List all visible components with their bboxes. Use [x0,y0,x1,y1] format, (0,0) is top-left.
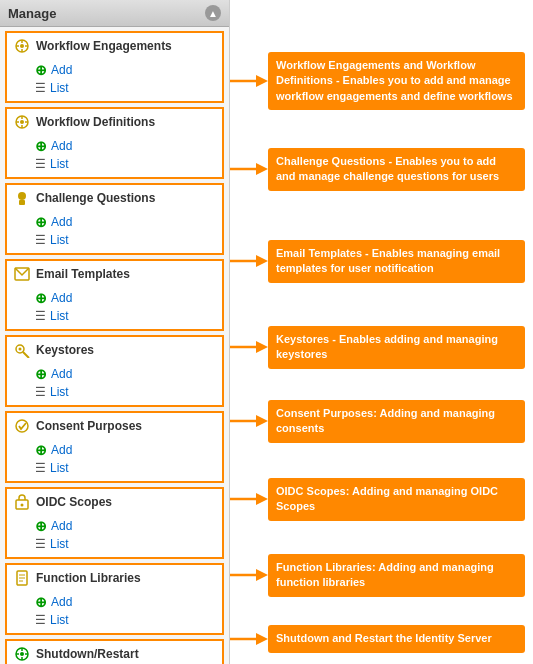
workflow-definitions-list[interactable]: ☰ List [35,155,214,173]
page-container: Manage ▲ Workflow Engagements [0,0,533,664]
consent-purposes-icon [13,417,31,435]
section-header-challenge-questions: Challenge Questions [7,185,222,211]
workflow-definitions-label: Workflow Definitions [36,115,155,129]
workflow-engagements-add[interactable]: ⊕ Add [35,61,214,79]
consent-purposes-list[interactable]: ☰ List [35,459,214,477]
shutdown-restart-section[interactable]: Shutdown/Restart [5,639,224,664]
challenge-questions-list[interactable]: ☰ List [35,231,214,249]
tooltip-challenge: Challenge Questions - Enables you to add… [268,148,525,191]
arrow-shutdown [230,624,268,654]
workflow-definitions-add[interactable]: ⊕ Add [35,137,214,155]
consent-purposes-add[interactable]: ⊕ Add [35,441,214,459]
svg-marker-36 [256,255,268,267]
svg-rect-13 [19,200,25,205]
tooltip-workflow-container: Workflow Engagements and Workflow Defini… [230,52,525,110]
tooltip-function-container: Function Libraries: Adding and managing … [230,554,525,597]
section-header-workflow-engagements: Workflow Engagements [7,33,222,59]
svg-marker-32 [256,75,268,87]
challenge-questions-add[interactable]: ⊕ Add [35,213,214,231]
oidc-scopes-label: OIDC Scopes [36,495,112,509]
function-libraries-list[interactable]: ☰ List [35,611,214,629]
shutdown-label: Shutdown/Restart [36,647,139,661]
consent-purposes-list-label: List [50,461,69,475]
add-icon-2: ⊕ [35,139,47,153]
svg-point-12 [18,192,26,200]
challenge-questions-label: Challenge Questions [36,191,155,205]
function-libraries-list-label: List [50,613,69,627]
tooltip-function: Function Libraries: Adding and managing … [268,554,525,597]
oidc-scopes-add[interactable]: ⊕ Add [35,517,214,535]
challenge-questions-list-label: List [50,233,69,247]
arrow-email [230,246,268,276]
add-icon-8: ⊕ [35,595,47,609]
consent-purposes-label: Consent Purposes [36,419,142,433]
tooltip-email: Email Templates - Enables managing email… [268,240,525,283]
svg-marker-46 [256,633,268,645]
email-templates-add[interactable]: ⊕ Add [35,289,214,307]
oidc-scopes-icon [13,493,31,511]
tooltip-email-container: Email Templates - Enables managing email… [230,240,525,283]
function-libraries-icon [13,569,31,587]
keystores-label: Keystores [36,343,94,357]
svg-marker-44 [256,569,268,581]
section-header-consent-purposes: Consent Purposes [7,413,222,439]
svg-point-7 [20,120,24,124]
oidc-scopes-add-label: Add [51,519,72,533]
email-templates-add-label: Add [51,291,72,305]
email-templates-icon [13,265,31,283]
email-templates-list[interactable]: ☰ List [35,307,214,325]
section-oidc-scopes: OIDC Scopes ⊕ Add ☰ List [5,487,224,559]
consent-purposes-items: ⊕ Add ☰ List [7,439,222,481]
keystores-items: ⊕ Add ☰ List [7,363,222,405]
tooltip-keystores: Keystores - Enables adding and managing … [268,326,525,369]
workflow-engagements-items: ⊕ Add ☰ List [7,59,222,101]
add-icon-4: ⊕ [35,291,47,305]
workflow-engagements-list[interactable]: ☰ List [35,79,214,97]
add-icon-7: ⊕ [35,519,47,533]
section-email-templates: Email Templates ⊕ Add ☰ List [5,259,224,331]
email-templates-label: Email Templates [36,267,130,281]
keystores-add[interactable]: ⊕ Add [35,365,214,383]
list-icon-6: ☰ [35,461,46,475]
section-function-libraries: Function Libraries ⊕ Add ☰ List [5,563,224,635]
svg-line-16 [23,352,29,358]
tooltip-consent: Consent Purposes: Adding and managing co… [268,400,525,443]
function-libraries-add[interactable]: ⊕ Add [35,593,214,611]
section-challenge-questions: Challenge Questions ⊕ Add ☰ List [5,183,224,255]
shutdown-icon [13,645,31,663]
section-header-email-templates: Email Templates [7,261,222,287]
svg-marker-34 [256,163,268,175]
arrow-keystores [230,332,268,362]
svg-marker-40 [256,415,268,427]
keystores-list[interactable]: ☰ List [35,383,214,401]
add-icon-3: ⊕ [35,215,47,229]
add-icon-6: ⊕ [35,443,47,457]
section-header-workflow-definitions: Workflow Definitions [7,109,222,135]
tooltip-shutdown: Shutdown and Restart the Identity Server [268,625,525,652]
oidc-scopes-items: ⊕ Add ☰ List [7,515,222,557]
list-icon: ☰ [35,81,46,95]
collapse-button[interactable]: ▲ [205,5,221,21]
tooltip-shutdown-container: Shutdown and Restart the Identity Server [230,624,525,654]
challenge-questions-items: ⊕ Add ☰ List [7,211,222,253]
list-icon-4: ☰ [35,309,46,323]
challenge-questions-icon [13,189,31,207]
arrow-consent [230,406,268,436]
section-keystores: Keystores ⊕ Add ☰ List [5,335,224,407]
section-header-oidc-scopes: OIDC Scopes [7,489,222,515]
workflow-engagements-add-label: Add [51,63,72,77]
list-icon-5: ☰ [35,385,46,399]
function-libraries-add-label: Add [51,595,72,609]
list-icon-3: ☰ [35,233,46,247]
workflow-engagements-label: Workflow Engagements [36,39,172,53]
arrow-challenge [230,154,268,184]
svg-point-18 [16,420,28,432]
keystores-add-label: Add [51,367,72,381]
tooltip-oidc-container: OIDC Scopes: Adding and managing OIDC Sc… [230,478,525,521]
workflow-definitions-icon [13,113,31,131]
svg-marker-42 [256,493,268,505]
arrow-workflow [230,66,268,96]
oidc-scopes-list[interactable]: ☰ List [35,535,214,553]
tooltip-consent-container: Consent Purposes: Adding and managing co… [230,400,525,443]
panel-title: Manage [8,6,56,21]
